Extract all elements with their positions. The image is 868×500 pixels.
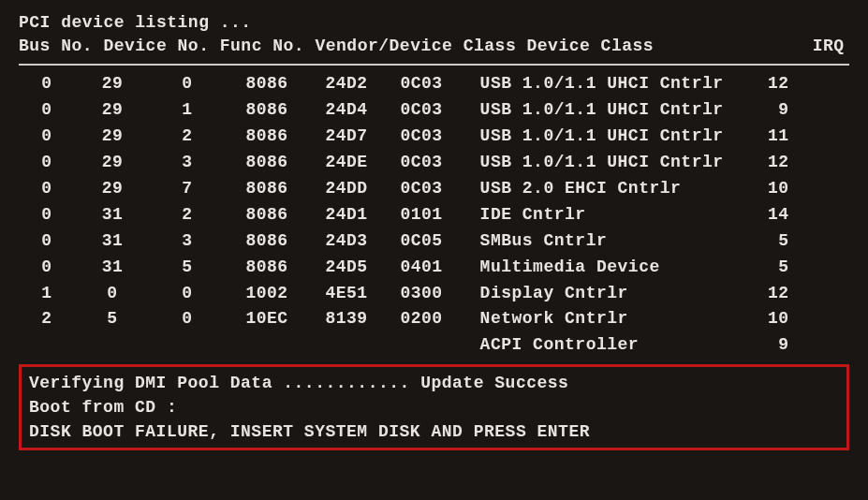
boot-failure-message: DISK BOOT FAILURE, INSERT SYSTEM DISK AN…: [29, 419, 839, 444]
cell-bus: 2: [19, 306, 75, 332]
cell-irq: 11: [743, 124, 789, 150]
device-row: 0292808624D70C03 USB 1.0/1.1 UHCI Cntrlr…: [19, 124, 849, 150]
cell-vendor: 8086: [225, 255, 309, 281]
cell-class: 24DE: [309, 150, 384, 176]
device-row: 0290808624D20C03 USB 1.0/1.1 UHCI Cntrlr…: [19, 71, 849, 97]
cell-bus: 0: [19, 255, 75, 281]
cell-irq: 12: [743, 281, 789, 307]
cell-name: USB 1.0/1.1 UHCI Cntrlr: [480, 124, 743, 150]
cell-device: 0: [75, 281, 150, 307]
cell-class2: 0C03: [384, 176, 459, 202]
cell-name: Multimedia Device: [480, 255, 743, 281]
cell-class: 24D2: [309, 71, 384, 97]
device-row: 25010EC81390200 Network Cntrlr10: [19, 306, 849, 332]
cell-irq: 12: [743, 150, 789, 176]
cell-irq: 5: [743, 228, 789, 255]
cell-device: 29: [75, 97, 150, 124]
cell-func: 5: [150, 255, 225, 281]
cell-func: 3: [150, 228, 225, 255]
cell-name: USB 1.0/1.1 UHCI Cntrlr: [480, 71, 743, 97]
cell-device: 31: [75, 255, 150, 281]
cell-class2: 0C03: [384, 124, 459, 150]
cell-class2: 0C05: [384, 228, 459, 255]
cell-bus: 0: [19, 228, 75, 255]
cell-vendor: 8086: [225, 202, 309, 228]
pci-listing-title: PCI device listing ...: [19, 11, 849, 35]
column-headers: Bus No. Device No. Func No. Vendor/Devic…: [19, 35, 849, 58]
boot-source: Boot from CD :: [29, 395, 839, 419]
cell-class2: 0C03: [384, 97, 459, 124]
cell-class2: 0300: [384, 281, 459, 307]
cell-name: ACPI Controller: [480, 332, 743, 359]
cell-irq: 5: [743, 255, 789, 281]
cell-vendor: 10EC: [225, 306, 309, 332]
cell-name: SMBus Cntrlr: [480, 228, 743, 255]
cell-name: USB 2.0 EHCI Cntrlr: [480, 176, 743, 202]
cell-bus: 1: [19, 281, 75, 307]
device-row: 0313808624D30C05 SMBus Cntrlr5: [19, 228, 849, 255]
cell-class2: 0401: [384, 255, 459, 281]
device-row: ACPI Controller9: [19, 332, 849, 359]
device-table: 0290808624D20C03 USB 1.0/1.1 UHCI Cntrlr…: [19, 71, 849, 359]
cell-vendor: 1002: [225, 281, 309, 307]
cell-name: Network Cntrlr: [480, 306, 743, 332]
cell-class: 8139: [309, 306, 384, 332]
cell-func: 2: [150, 124, 225, 150]
cell-device: 31: [75, 228, 150, 255]
cell-irq: 14: [743, 202, 789, 228]
cell-class2: 0101: [384, 202, 459, 228]
cell-name: IDE Cntrlr: [480, 202, 743, 228]
cell-func: 2: [150, 202, 225, 228]
cell-irq: 12: [743, 71, 789, 97]
cell-device: 31: [75, 202, 150, 228]
cell-class: 24D5: [309, 255, 384, 281]
cell-class: 24D1: [309, 202, 384, 228]
cell-class: 4E51: [309, 281, 384, 307]
cell-class: 24D7: [309, 124, 384, 150]
header-divider: [19, 64, 849, 66]
cell-irq: 10: [743, 306, 789, 332]
cell-func: 1: [150, 97, 225, 124]
cell-device: 29: [75, 124, 150, 150]
cell-func: 3: [150, 150, 225, 176]
cell-bus: 0: [19, 150, 75, 176]
device-row: 0293808624DE0C03 USB 1.0/1.1 UHCI Cntrlr…: [19, 150, 849, 176]
cell-device: 5: [75, 306, 150, 332]
device-row: 0312808624D10101 IDE Cntrlr14: [19, 202, 849, 228]
cell-bus: 0: [19, 97, 75, 124]
cell-vendor: 8086: [225, 176, 309, 202]
cell-bus: 0: [19, 124, 75, 150]
cell-vendor: 8086: [225, 228, 309, 255]
cell-vendor: 8086: [225, 71, 309, 97]
dmi-status: Verifying DMI Pool Data ............ Upd…: [29, 371, 839, 395]
cell-vendor: 8086: [225, 97, 309, 124]
cell-class2: 0C03: [384, 150, 459, 176]
cell-func: 0: [150, 281, 225, 307]
cell-device: 29: [75, 71, 150, 97]
cell-class: 24D4: [309, 97, 384, 124]
cell-func: 0: [150, 71, 225, 97]
cell-vendor: 8086: [225, 150, 309, 176]
boot-error-box: Verifying DMI Pool Data ............ Upd…: [19, 364, 849, 450]
cell-name: USB 1.0/1.1 UHCI Cntrlr: [480, 150, 743, 176]
cell-class2: 0C03: [384, 71, 459, 97]
cell-bus: 0: [19, 202, 75, 228]
cell-class: 24D3: [309, 228, 384, 255]
cell-name: USB 1.0/1.1 UHCI Cntrlr: [480, 97, 743, 124]
cell-name: Display Cntrlr: [480, 281, 743, 307]
cell-class: 24DD: [309, 176, 384, 202]
cell-irq: 9: [743, 332, 789, 359]
cell-irq: 10: [743, 176, 789, 202]
cell-func: 0: [150, 306, 225, 332]
cell-bus: 0: [19, 176, 75, 202]
cell-func: 7: [150, 176, 225, 202]
device-row: 0315808624D50401 Multimedia Device5: [19, 255, 849, 281]
cell-class2: 0200: [384, 306, 459, 332]
cell-vendor: 8086: [225, 124, 309, 150]
device-row: 10010024E510300 Display Cntrlr12: [19, 281, 849, 307]
cell-irq: 9: [743, 97, 789, 124]
cell-device: 29: [75, 176, 150, 202]
cell-device: 29: [75, 150, 150, 176]
cell-bus: 0: [19, 71, 75, 97]
device-row: 0297808624DD0C03 USB 2.0 EHCI Cntrlr10: [19, 176, 849, 202]
